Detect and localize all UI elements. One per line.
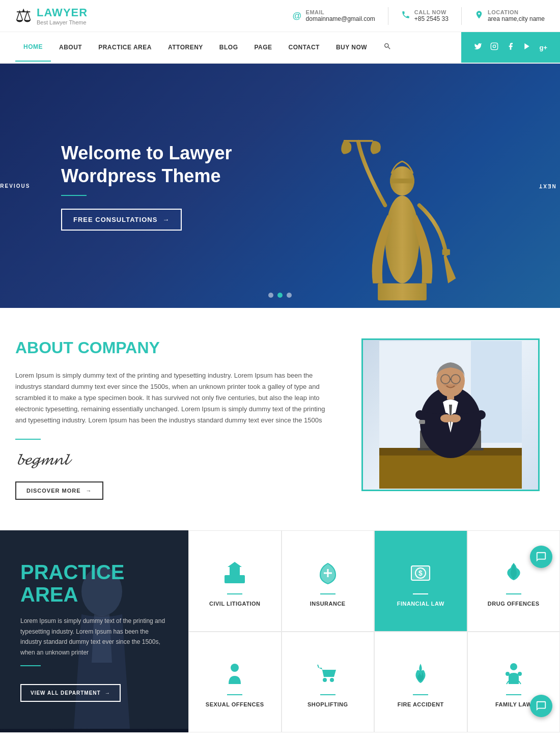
svg-rect-30 xyxy=(227,577,230,581)
instagram-icon[interactable] xyxy=(490,42,498,52)
nav-contact[interactable]: CONTACT xyxy=(281,34,328,61)
about-left: ABOUT COMPANY Lorem Ipsum is simply dumm… xyxy=(15,338,336,500)
practice-card-civil-litigation[interactable]: CIVIL LITIGATION xyxy=(188,530,282,631)
practice-grid: CIVIL LITIGATION INSURANCE xyxy=(188,530,560,732)
practice-divider xyxy=(20,665,41,666)
discover-more-button[interactable]: DISCOVER MORE → xyxy=(15,481,103,500)
nav-blog[interactable]: BLOG xyxy=(211,34,246,61)
drug-offences-icon xyxy=(501,561,526,587)
card-divider-5 xyxy=(227,694,242,695)
about-image xyxy=(361,338,540,491)
free-consultations-button[interactable]: FREE CONSULTATIONS → xyxy=(61,209,182,231)
svg-rect-7 xyxy=(390,179,414,184)
brand-tagline: Best Lawyer Theme xyxy=(37,19,88,25)
svg-point-42 xyxy=(510,663,517,670)
practice-card-fire-accident[interactable]: FIRE ACCIDENT xyxy=(374,632,467,732)
hero-dot-2[interactable] xyxy=(277,293,283,298)
youtube-icon[interactable] xyxy=(523,42,531,52)
email-value: domainname@gmail.com xyxy=(306,15,375,22)
practice-card-shoplifting[interactable]: SHOPLIFTING xyxy=(282,632,375,732)
svg-point-46 xyxy=(518,672,522,676)
svg-point-39 xyxy=(323,678,327,682)
svg-point-40 xyxy=(330,678,334,682)
navbar: HOME ABOUT PRACTICE AREA ATTORENY BLOG P… xyxy=(0,32,560,64)
svg-rect-31 xyxy=(240,577,243,581)
location-label: LOCATION xyxy=(488,9,545,15)
nav-page[interactable]: PAGE xyxy=(246,34,280,61)
divider-1 xyxy=(388,7,388,25)
nav-buynow[interactable]: BUY NOW xyxy=(328,34,375,61)
practice-section-wrapper: PRACTICE AREA Lorem Ipsum is simply dumm… xyxy=(0,530,560,732)
hero-dot-3[interactable] xyxy=(287,293,292,298)
hero-next-button[interactable]: NEXT xyxy=(538,183,556,189)
card-divider-7 xyxy=(413,694,428,695)
card-divider-3 xyxy=(413,593,428,594)
about-section: ABOUT COMPANY Lorem Ipsum is simply dumm… xyxy=(0,308,560,530)
hero-statue-image xyxy=(295,64,509,308)
card-divider-6 xyxy=(320,694,335,695)
nav-attorney[interactable]: ATTORENY xyxy=(160,34,211,61)
top-contact-items: @ EMAIL domainname@gmail.com CALL NOW +8… xyxy=(122,7,545,25)
svg-point-38 xyxy=(231,664,239,672)
card-label-civil-litigation: CIVIL LITIGATION xyxy=(209,601,260,607)
svg-point-1 xyxy=(493,45,496,47)
location-contact: LOCATION area name,city name xyxy=(474,9,545,22)
chat-fab-2[interactable] xyxy=(530,695,552,717)
email-label: EMAIL xyxy=(306,9,375,15)
card-label-fire-accident: FIRE ACCIDENT xyxy=(398,701,444,707)
card-divider-8 xyxy=(506,694,521,695)
view-all-department-button[interactable]: VIEW ALL DEPARTMENT → xyxy=(20,684,121,702)
fire-accident-icon xyxy=(408,662,433,688)
card-label-financial-law: FINANCIAL LAW xyxy=(397,601,444,607)
call-value: +85 2545 33 xyxy=(414,15,449,22)
insurance-icon xyxy=(316,561,340,587)
svg-point-2 xyxy=(496,44,496,45)
card-divider-4 xyxy=(506,593,521,594)
hero-section: Welcome to Lawyer Wordpress Theme FREE C… xyxy=(0,64,560,308)
phone-contact: CALL NOW +85 2545 33 xyxy=(401,9,449,22)
shoplifting-icon xyxy=(316,662,340,688)
logo[interactable]: ⚖ LAWYER Best Lawyer Theme xyxy=(15,5,107,26)
practice-card-insurance[interactable]: INSURANCE xyxy=(282,530,375,631)
location-icon xyxy=(474,10,484,22)
nav-about[interactable]: ABOUT xyxy=(51,34,90,61)
civil-litigation-icon xyxy=(222,561,247,587)
twitter-icon[interactable] xyxy=(474,42,482,52)
svg-point-23 xyxy=(449,414,461,422)
family-law-icon xyxy=(501,662,526,688)
brand-name: LAWYER xyxy=(37,6,88,19)
about-title: ABOUT COMPANY xyxy=(15,338,336,357)
svg-line-41 xyxy=(318,665,319,668)
practice-card-drug-offences[interactable]: DRUG OFFENCES xyxy=(467,530,561,631)
hero-dot-1[interactable] xyxy=(268,293,273,298)
svg-rect-12 xyxy=(379,453,522,489)
googleplus-icon[interactable]: g+ xyxy=(539,44,547,51)
card-divider-1 xyxy=(227,593,242,594)
nav-home[interactable]: HOME xyxy=(15,33,51,62)
financial-law-icon: $ xyxy=(408,561,433,587)
divider-2 xyxy=(461,7,462,25)
email-icon: @ xyxy=(292,11,301,21)
hero-title: Welcome to Lawyer Wordpress Theme xyxy=(61,141,232,187)
practice-card-sexual-offences[interactable]: SEXUAL OFFENCES xyxy=(188,632,282,732)
about-image-area xyxy=(361,338,545,491)
practice-left: PRACTICE AREA Lorem Ipsum is simply dumm… xyxy=(0,530,188,732)
logo-icon: ⚖ xyxy=(15,5,32,26)
hero-content: Welcome to Lawyer Wordpress Theme FREE C… xyxy=(0,141,232,231)
hero-prev-button[interactable]: PREVIOUS xyxy=(0,183,30,189)
svg-marker-29 xyxy=(228,562,242,567)
svg-line-44 xyxy=(519,681,521,684)
search-icon[interactable] xyxy=(375,32,400,63)
top-bar: ⚖ LAWYER Best Lawyer Theme @ EMAIL domai… xyxy=(0,0,560,32)
practice-section: PRACTICE AREA Lorem Ipsum is simply dumm… xyxy=(0,530,560,732)
svg-rect-24 xyxy=(419,420,425,424)
practice-text: Lorem Ipsum is simply dummy text of the … xyxy=(20,616,168,658)
hero-divider xyxy=(61,195,87,196)
svg-point-5 xyxy=(385,195,419,283)
practice-card-family-law[interactable]: FAMILY LAW xyxy=(467,632,561,732)
svg-rect-4 xyxy=(378,283,427,301)
practice-card-financial-law[interactable]: $ FINANCIAL LAW xyxy=(374,530,467,631)
facebook-icon[interactable] xyxy=(507,42,515,52)
card-label-family-law: FAMILY LAW xyxy=(495,701,532,707)
nav-practice[interactable]: PRACTICE AREA xyxy=(90,34,160,61)
